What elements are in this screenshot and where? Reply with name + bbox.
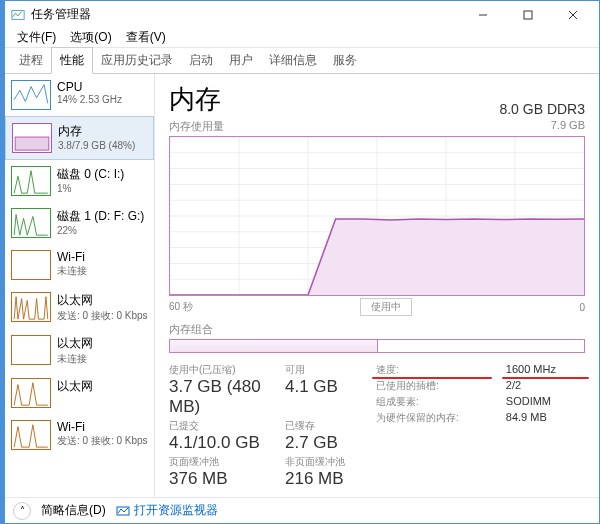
menu-options[interactable]: 选项(O) (64, 27, 117, 48)
stat-nonpaged-label: 非页面缓冲池 (285, 455, 370, 469)
sidebar-item-sub: 未连接 (57, 264, 87, 278)
sidebar-item-2[interactable]: 磁盘 0 (C: I:) 1% (5, 160, 154, 202)
sidebar-thumb (12, 123, 52, 153)
sidebar-item-sub: 22% (57, 225, 144, 236)
memory-type: 8.0 GB DDR3 (499, 101, 585, 117)
sidebar-thumb (11, 378, 51, 408)
sidebar-item-title: 磁盘 1 (D: F: G:) (57, 208, 144, 225)
sidebar-item-8[interactable]: Wi-Fi 发送: 0 接收: 0 Kbps (5, 414, 154, 456)
sidebar: CPU 14% 2.53 GHz 内存 3.8/7.9 GB (48%) 磁盘 … (5, 74, 155, 497)
sidebar-item-3[interactable]: 磁盘 1 (D: F: G:) 22% (5, 202, 154, 244)
axis-left: 60 秒 (169, 300, 193, 314)
window-title: 任务管理器 (31, 6, 460, 23)
stat-cached-value: 2.7 GB (285, 433, 370, 453)
minimize-button[interactable] (460, 1, 505, 28)
menubar: 文件(F) 选项(O) 查看(V) (5, 28, 599, 48)
stat-nonpaged-value: 216 MB (285, 469, 370, 489)
sidebar-item-0[interactable]: CPU 14% 2.53 GHz (5, 74, 154, 116)
sidebar-thumb (11, 208, 51, 238)
sidebar-item-title: 磁盘 0 (C: I:) (57, 166, 124, 183)
close-button[interactable] (550, 1, 595, 28)
hw-key: 为硬件保留的内存: (376, 411, 488, 425)
sidebar-item-sub: 未连接 (57, 352, 93, 366)
sidebar-item-1[interactable]: 内存 3.8/7.9 GB (48%) (5, 116, 154, 160)
sidebar-item-title: Wi-Fi (57, 250, 87, 264)
axis-right: 0 (579, 302, 585, 313)
page-title: 内存 (169, 82, 221, 117)
tab-5[interactable]: 详细信息 (261, 48, 325, 73)
stat-paged-value: 376 MB (169, 469, 279, 489)
svg-rect-2 (524, 11, 532, 19)
tab-4[interactable]: 用户 (221, 48, 261, 73)
sidebar-item-sub: 1% (57, 183, 124, 194)
form-key: 组成要素: (376, 395, 488, 409)
sidebar-item-title: 以太网 (57, 378, 93, 395)
sidebar-item-7[interactable]: 以太网 (5, 372, 154, 414)
hw-value: 84.9 MB (506, 411, 585, 425)
sidebar-item-4[interactable]: Wi-Fi 未连接 (5, 244, 154, 286)
sidebar-item-6[interactable]: 以太网 未连接 (5, 329, 154, 372)
tab-3[interactable]: 启动 (181, 48, 221, 73)
menu-view[interactable]: 查看(V) (120, 27, 172, 48)
sidebar-item-title: Wi-Fi (57, 420, 148, 434)
menu-file[interactable]: 文件(F) (11, 27, 62, 48)
sidebar-item-sub: 发送: 0 接收: 0 Kbps (57, 309, 148, 323)
stat-cached-label: 已缓存 (285, 419, 370, 433)
sidebar-item-title: 以太网 (57, 335, 93, 352)
chevron-up-icon[interactable]: ˄ (13, 502, 31, 520)
chart-max: 7.9 GB (551, 119, 585, 134)
chart-label: 内存使用量 (169, 119, 224, 134)
tab-1[interactable]: 性能 (51, 47, 93, 74)
sidebar-item-title: 内存 (58, 123, 135, 140)
stat-avail-label: 可用 (285, 363, 370, 377)
memory-slots (169, 339, 585, 353)
sidebar-item-sub: 14% 2.53 GHz (57, 94, 122, 105)
speed-key: 速度: (376, 363, 488, 377)
slots-key: 已使用的插槽: (376, 379, 488, 393)
slots-value: 2/2 (506, 379, 585, 393)
sidebar-thumb (11, 420, 51, 450)
sidebar-thumb (11, 335, 51, 365)
svg-rect-5 (15, 137, 49, 150)
stat-used-value: 3.7 GB (480 MB) (169, 377, 279, 417)
slot-1 (170, 340, 378, 352)
app-icon (11, 8, 25, 22)
sidebar-item-sub: 3.8/7.9 GB (48%) (58, 140, 135, 151)
maximize-button[interactable] (505, 1, 550, 28)
tab-0[interactable]: 进程 (11, 48, 51, 73)
form-value: SODIMM (506, 395, 585, 409)
stat-paged-label: 页面缓冲池 (169, 455, 279, 469)
sidebar-thumb (11, 292, 51, 322)
footer: ˄ 简略信息(D) 打开资源监视器 (5, 497, 599, 523)
sidebar-item-sub: 发送: 0 接收: 0 Kbps (57, 434, 148, 448)
tab-2[interactable]: 应用历史记录 (93, 48, 181, 73)
stat-committed-label: 已提交 (169, 419, 279, 433)
sidebar-thumb (11, 80, 51, 110)
speed-value: 1600 MHz (506, 363, 585, 377)
resmon-icon (116, 504, 130, 518)
titlebar[interactable]: 任务管理器 (5, 1, 599, 28)
sidebar-thumb (11, 250, 51, 280)
slot-2 (378, 340, 585, 352)
axis-mid-label: 使用中 (360, 298, 412, 316)
sidebar-thumb (11, 166, 51, 196)
main-panel: 内存 8.0 GB DDR3 内存使用量 7.9 GB 60 秒 使用中 0 内… (155, 74, 599, 497)
fewer-details-link[interactable]: 简略信息(D) (41, 502, 106, 519)
tab-bar: 进程性能应用历史记录启动用户详细信息服务 (5, 48, 599, 74)
sidebar-item-5[interactable]: 以太网 发送: 0 接收: 0 Kbps (5, 286, 154, 329)
tab-6[interactable]: 服务 (325, 48, 365, 73)
stat-committed-value: 4.1/10.0 GB (169, 433, 279, 453)
memory-chart (169, 136, 585, 296)
slots-label: 内存组合 (169, 322, 585, 337)
open-resmon-link[interactable]: 打开资源监视器 (116, 502, 218, 519)
sidebar-item-title: 以太网 (57, 292, 148, 309)
stat-used-label: 使用中(已压缩) (169, 363, 279, 377)
stat-avail-value: 4.1 GB (285, 377, 370, 397)
sidebar-item-title: CPU (57, 80, 122, 94)
